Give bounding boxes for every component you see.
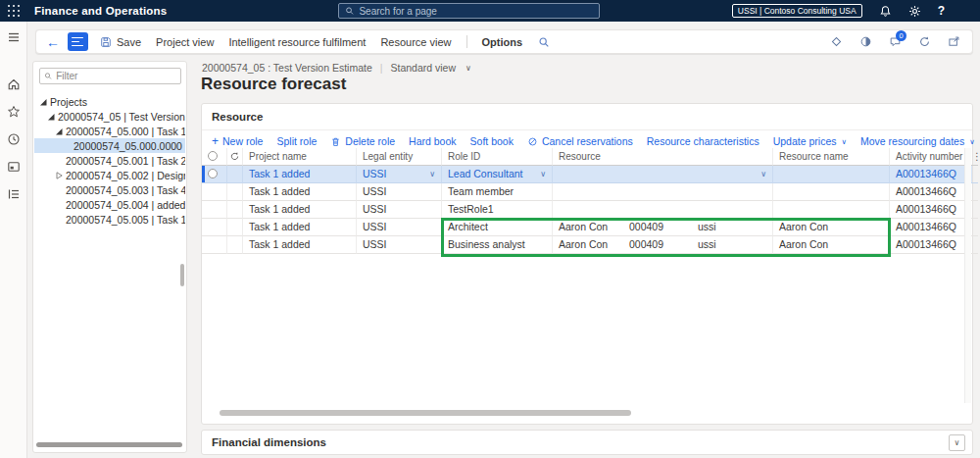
row-selector-cell[interactable] [202, 183, 227, 201]
cell-resource[interactable]: ∨ [553, 166, 773, 183]
global-search[interactable] [338, 3, 600, 19]
cell-activity-number[interactable]: A00013466Q [890, 219, 966, 236]
personalize-diamond-icon[interactable] [830, 35, 843, 48]
help-icon[interactable]: ? [938, 4, 945, 18]
modules-list-icon[interactable] [7, 187, 21, 201]
tree-vertical-scrollbar[interactable] [180, 264, 184, 286]
column-header-legal-entity[interactable]: Legal entity [357, 148, 442, 166]
new-role-button[interactable]: +New role [212, 135, 263, 147]
cell-legal-entity[interactable]: USSI∨ [357, 166, 442, 183]
expanded-arrow-icon[interactable] [54, 127, 64, 136]
expanded-arrow-icon[interactable] [46, 112, 56, 122]
tree-node-task1-sprint[interactable]: 20000574_05.000 | Task 1 sprint [34, 124, 185, 138]
cell-resource[interactable]: Aaron Con000409ussi [553, 236, 773, 254]
notifications-bell-icon[interactable] [879, 5, 892, 18]
refresh-icon[interactable] [918, 35, 931, 48]
open-in-new-window-icon[interactable] [948, 35, 960, 48]
tree-node-task2-sprint[interactable]: 20000574_05.001 | Task 2 sprint [34, 153, 185, 168]
table-row[interactable]: Task 1 added USSI∨ Lead Consultant∨ ∨ A0… [202, 166, 972, 183]
expanded-arrow-icon[interactable] [38, 97, 48, 107]
cell-role-id[interactable]: Business analyst [442, 236, 553, 254]
panel-toggle-icon[interactable] [859, 35, 872, 48]
cell-activity-number[interactable]: A00013466Q [890, 166, 966, 183]
select-all-cell[interactable] [202, 148, 227, 166]
tree-node-task-date[interactable]: 20000574_05.005 | Task 13.08.2024 [34, 212, 185, 227]
menu-item-intelligent-resource-fulfilment[interactable]: Intelligent resource fulfilment [228, 36, 366, 48]
chevron-down-icon[interactable]: ∨ [466, 64, 471, 73]
cell-legal-entity[interactable]: USSI [357, 201, 442, 219]
table-row[interactable]: Task 1 added USSI TestRole1 A00013466Q [202, 201, 972, 219]
table-row[interactable]: Task 1 added USSI Architect Aaron Con000… [202, 219, 972, 236]
cell-activity-number[interactable]: A00013466Q [890, 236, 966, 254]
grid-vertical-scrollbar[interactable] [964, 148, 971, 403]
cell-project-name[interactable]: Task 1 added [243, 201, 357, 219]
collapsed-arrow-icon[interactable] [54, 171, 64, 180]
tree-node-projects[interactable]: Projects [34, 94, 185, 109]
tree-horizontal-scrollbar[interactable] [36, 442, 182, 447]
cell-project-name[interactable]: Task 1 added [243, 219, 357, 236]
split-role-button[interactable]: Split role [276, 135, 317, 147]
cell-legal-entity[interactable]: USSI [357, 219, 442, 236]
column-header-activity-number[interactable]: Activity number [890, 148, 966, 166]
save-button[interactable]: Save [100, 36, 141, 48]
chevron-down-icon[interactable]: ∨ [760, 166, 766, 182]
table-row[interactable]: Task 1 added USSI Team member A00013466Q [202, 183, 972, 201]
tree-node-task1-added[interactable]: 20000574_05.000.0000 | Task 1 added [34, 138, 185, 153]
tree-node-version[interactable]: 20000574_05 | Test Version Estimate [34, 109, 185, 124]
chevron-down-icon[interactable]: ∨ [429, 166, 435, 182]
cell-resource-name[interactable]: Aaron Con [773, 219, 890, 236]
column-options-ellipsis-icon[interactable]: ⋮ [972, 151, 978, 162]
menu-item-resource-view[interactable]: Resource view [380, 36, 451, 48]
resource-characteristics-button[interactable]: Resource characteristics [647, 135, 760, 147]
cell-resource-name[interactable] [773, 201, 890, 219]
refresh-column-cell[interactable] [227, 148, 243, 166]
grid-horizontal-scrollbar[interactable] [220, 410, 631, 416]
column-header-resource[interactable]: Resource [553, 148, 773, 166]
tree-node-added-2-task[interactable]: 20000574_05.004 | added 2 task [34, 197, 185, 212]
settings-gear-icon[interactable] [908, 5, 921, 18]
update-prices-button[interactable]: Update prices∨ [773, 135, 847, 147]
column-header-role-id[interactable]: Role ID [442, 148, 553, 166]
row-selector-cell[interactable] [202, 166, 227, 183]
tree-filter[interactable] [39, 68, 181, 84]
row-selector-cell[interactable] [202, 236, 227, 254]
cell-resource-name[interactable] [773, 166, 890, 183]
app-launcher-icon[interactable] [8, 5, 21, 18]
tree-node-design[interactable]: 20000574_05.002 | Design [34, 168, 185, 182]
cell-project-name[interactable]: Task 1 added [243, 183, 357, 201]
cell-activity-number[interactable]: A00013466Q [890, 183, 966, 201]
menu-item-options[interactable]: Options [482, 36, 523, 48]
cell-role-id[interactable]: Architect [442, 219, 553, 236]
view-selector[interactable]: Standard view [391, 62, 457, 74]
table-row[interactable]: Task 1 added USSI Business analyst Aaron… [202, 236, 972, 254]
cancel-reservations-button[interactable]: Cancel reservations [527, 135, 633, 147]
soft-book-button[interactable]: Soft book [470, 135, 514, 147]
tree-node-task4[interactable]: 20000574_05.003 | Task 4 addded [34, 182, 185, 197]
row-selector-cell[interactable] [202, 201, 227, 219]
nav-menu-button[interactable] [68, 32, 88, 51]
column-header-project-name[interactable]: Project name [243, 148, 357, 166]
cell-resource-name[interactable] [773, 183, 890, 201]
cell-role-id[interactable]: TestRole1 [442, 201, 553, 219]
cell-resource[interactable] [553, 183, 773, 201]
home-icon[interactable] [7, 77, 21, 91]
grid-refresh-icon[interactable] [229, 151, 240, 162]
cell-legal-entity[interactable]: USSI [357, 236, 442, 254]
cell-resource[interactable]: Aaron Con000409ussi [553, 219, 773, 236]
cell-role-id[interactable]: Team member [442, 183, 553, 201]
workspaces-icon[interactable] [7, 160, 21, 174]
move-resourcing-dates-button[interactable]: Move resourcing dates∨ [860, 135, 975, 147]
delete-role-button[interactable]: Delete role [330, 135, 395, 147]
select-all-radio-icon[interactable] [208, 151, 218, 161]
hard-book-button[interactable]: Hard book [409, 135, 456, 147]
chevron-down-icon[interactable]: ∨ [540, 166, 546, 182]
environment-badge[interactable]: USSI | Contoso Consulting USA [732, 4, 862, 19]
menu-item-project-view[interactable]: Project view [156, 36, 214, 48]
back-arrow-icon[interactable]: ← [46, 35, 60, 49]
cell-legal-entity[interactable]: USSI [357, 183, 442, 201]
row-radio-icon[interactable] [208, 169, 218, 178]
cell-role-id[interactable]: Lead Consultant∨ [442, 166, 553, 183]
recent-clock-icon[interactable] [7, 132, 21, 146]
cell-resource-name[interactable]: Aaron Con [773, 236, 890, 254]
cell-project-name[interactable]: Task 1 added [243, 236, 357, 254]
